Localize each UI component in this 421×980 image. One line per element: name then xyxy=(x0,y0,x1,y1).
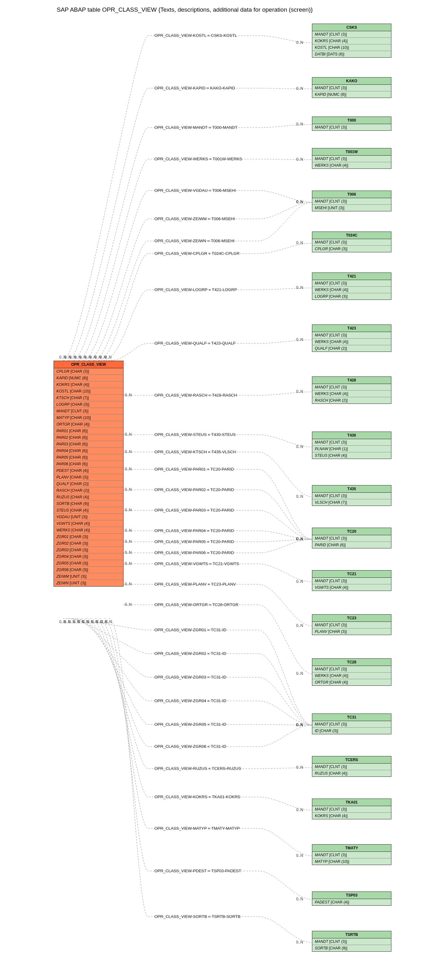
field-row: WERKS [CHAR (4)] xyxy=(312,391,391,397)
field-row: STEUS [CHAR (4)] xyxy=(54,507,123,514)
field-row: RUZUS [CHAR (4)] xyxy=(54,494,123,501)
field-row: PARID [CHAR (6)] xyxy=(312,542,391,548)
relation-label: OPR_CLASS_VIEW-PAR06 = TC20-PARID xyxy=(155,550,234,555)
field-row: ZGR01 [CHAR (3)] xyxy=(54,534,123,540)
cardinality-label: 0..N xyxy=(296,494,303,499)
cardinality-label: 0..N xyxy=(125,432,132,437)
entity-header: TC21 xyxy=(312,571,391,578)
entity-header: TC20 xyxy=(312,528,391,535)
field-row: ZGR04 [CHAR (3)] xyxy=(54,554,123,560)
relation-label: OPR_CLASS_VIEW-ZGR06 = TC31-ID xyxy=(155,744,226,749)
relation-label: OPR_CLASS_VIEW-KAPID = KAKO-KAPID xyxy=(155,86,235,91)
field-row: ZEIWM [UNIT (3)] xyxy=(54,573,123,580)
field-row: CPLGR [CHAR (3)] xyxy=(312,246,391,252)
relation-label: OPR_CLASS_VIEW-ZGR03 = TC31-ID xyxy=(155,675,226,679)
cardinality-label: 0..N xyxy=(125,487,132,492)
relation-label: OPR_CLASS_VIEW-ZGR01 = TC31-ID xyxy=(155,627,226,632)
relation-label: OPR_CLASS_VIEW-CPLGR = T024C-CPLGR xyxy=(155,251,239,256)
entity-header: CSKS xyxy=(312,24,391,31)
field-row: RASCH [CHAR (2)] xyxy=(312,397,391,404)
field-row: QUALF [CHAR (2)] xyxy=(312,345,391,352)
entity-tc20: TC20MANDT [CLNT (3)]PARID [CHAR (6)] xyxy=(312,528,391,549)
field-row: SORTB [CHAR (9)] xyxy=(54,501,123,507)
field-row: PDEST [CHAR (4)] xyxy=(54,468,123,474)
relation-label: OPR_CLASS_VIEW-PLANV = TC23-PLANV xyxy=(155,582,236,587)
field-row: MANDT [CLNT (3)] xyxy=(312,156,391,162)
field-row: WERKS [CHAR (4)] xyxy=(312,339,391,345)
field-row: MANDT [CLNT (3)] xyxy=(312,764,391,770)
relation-label: OPR_CLASS_VIEW-MANDT = T000-MANDT xyxy=(155,125,237,130)
field-row: PAR03 [CHAR (6)] xyxy=(54,441,123,448)
cardinality-label: 0..N xyxy=(125,562,132,566)
cardinality-label: 0..N xyxy=(296,389,303,394)
cardinality-label: 0..N xyxy=(125,393,132,397)
cardinality-label: 0..N xyxy=(296,122,303,126)
cardinality-label: 0..N xyxy=(296,940,303,944)
cardinality-label: 0..N xyxy=(296,40,303,45)
entity-header: TKA01 xyxy=(312,799,391,806)
entity-t000: T000MANDT [CLNT (3)] xyxy=(312,116,391,131)
field-row: ID [CHAR (3)] xyxy=(312,728,391,734)
field-row: LOGRP [CHAR (3)] xyxy=(54,401,123,408)
field-row: MANDT [CLNT (3)] xyxy=(312,384,391,391)
entity-t423: T423MANDT [CLNT (3)]WERKS [CHAR (4)]QUAL… xyxy=(312,325,391,352)
cardinality-label: 0..N xyxy=(296,624,303,628)
entity-header: T428 xyxy=(312,377,391,384)
field-row: MANDT [CLNT (3)] xyxy=(312,806,391,813)
field-row: QUALF [CHAR (2)] xyxy=(54,481,123,487)
cardinality-label: 0..N xyxy=(125,528,132,533)
entity-t001w: T001WMANDT [CLNT (3)]WERKS [CHAR (4)] xyxy=(312,148,391,169)
cardinality-label: 0..N xyxy=(296,444,303,449)
field-row: MANDT [CLNT (3)] xyxy=(312,622,391,628)
entity-header: T423 xyxy=(312,325,391,332)
entity-tka01: TKA01MANDT [CLNT (3)]KOKRS [CHAR (4)] xyxy=(312,799,391,819)
cardinality-label: 0..N xyxy=(125,450,132,454)
entity-tsrtb: TSRTBMANDT [CLNT (3)]SORTB [CHAR (9)] xyxy=(312,931,391,951)
field-row: MANDT [CLNT (3)] xyxy=(312,332,391,339)
field-row: DATBI [DATS (8)] xyxy=(312,51,391,57)
entity-header: T006 xyxy=(312,191,391,198)
cardinality-label: 0..N xyxy=(296,671,303,676)
relation-label: OPR_CLASS_VIEW-PAR01 = TC20-PARID xyxy=(155,467,234,472)
field-row: MANDT [CLNT (3)] xyxy=(312,493,391,499)
relation-label: OPR_CLASS_VIEW-PAR02 = TC20-PARID xyxy=(155,487,234,492)
field-row: KOKRS [CHAR (4)] xyxy=(312,38,391,45)
cardinality-label: 0..N xyxy=(105,355,112,360)
cardinality-label: 0..N xyxy=(296,157,303,162)
relation-label: OPR_CLASS_VIEW-RUZUS = TCERS-RUZUS xyxy=(155,766,241,771)
field-row: PLNAW [CHAR (1)] xyxy=(312,446,391,452)
cardinality-label: 0..N xyxy=(296,86,303,91)
field-row: WERKS [CHAR (4)] xyxy=(54,527,123,534)
relation-label: OPR_CLASS_VIEW-ZGR05 = TC31-ID xyxy=(155,722,226,727)
field-row: CPLGR [CHAR (3)] xyxy=(54,368,123,375)
entity-tcers: TCERSMANDT [CLNT (3)]RUZUS [CHAR (4)] xyxy=(312,756,391,777)
field-row: ZEIWN [UNIT (3)] xyxy=(54,580,123,586)
entity-header: T421 xyxy=(312,273,391,280)
relation-label: OPR_CLASS_VIEW-ZGR04 = TC31-ID xyxy=(155,698,226,703)
field-row: KOKRS [CHAR (4)] xyxy=(312,813,391,819)
entity-header: TC23 xyxy=(312,614,391,622)
field-row: MATYP [CHAR (10)] xyxy=(312,858,391,865)
field-row: MANDT [CLNT (3)] xyxy=(312,280,391,287)
field-row: ZGR03 [CHAR (3)] xyxy=(54,547,123,554)
field-row: ZGR06 [CHAR (3)] xyxy=(54,567,123,573)
relation-label: OPR_CLASS_VIEW-WERKS = T001W-WERKS xyxy=(155,157,242,161)
field-row: KOSTL [CHAR (10)] xyxy=(312,45,391,51)
cardinality-label: 0..N xyxy=(296,722,303,727)
cardinality-label: 0..N xyxy=(296,200,303,204)
entity-header: TC31 xyxy=(312,714,391,721)
cardinality-label: 0..N xyxy=(296,579,303,584)
field-row: PAR06 [CHAR (6)] xyxy=(54,461,123,468)
field-row: MANDT [CLNT (3)] xyxy=(312,852,391,858)
cardinality-label: 0..N xyxy=(125,508,132,512)
entity-header: T435 xyxy=(312,485,391,493)
field-row: PAR05 [CHAR (6)] xyxy=(54,454,123,461)
field-row: PADEST [CHAR (4)] xyxy=(312,899,391,905)
relation-label: OPR_CLASS_VIEW-KTSCH = T435-VLSCH xyxy=(155,450,236,454)
cardinality-label: 0..N xyxy=(125,539,132,544)
cardinality-label: 0..N xyxy=(296,808,303,812)
field-row: MANDT [CLNT (3)] xyxy=(312,666,391,673)
field-row: MANDT [CLNT (3)] xyxy=(312,939,391,945)
entity-header: TMATY xyxy=(312,845,391,852)
cardinality-label: 0..N xyxy=(296,853,303,858)
